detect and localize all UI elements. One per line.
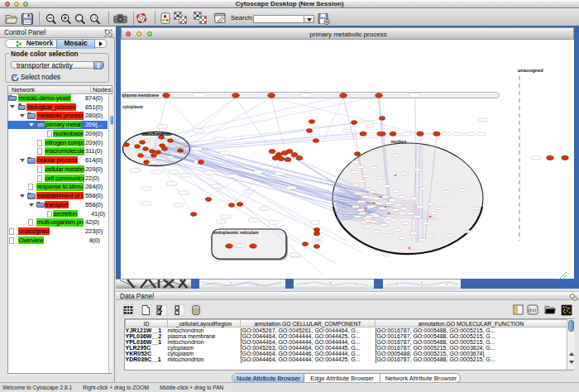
svg-text:unassigned: unassigned	[518, 68, 543, 73]
svg-text:cytoplasm: cytoplasm	[122, 104, 143, 109]
svg-text:1:1: 1:1	[92, 16, 97, 20]
svg-text:nucleus: nucleus	[391, 139, 407, 144]
svg-text:mitochondrion: mitochondrion	[142, 131, 171, 136]
svg-text:endoplasmic reticulum: endoplasmic reticulum	[213, 230, 259, 235]
svg-text:plasma membrane: plasma membrane	[122, 93, 159, 98]
svg-text:f(x): f(x)	[529, 307, 536, 313]
